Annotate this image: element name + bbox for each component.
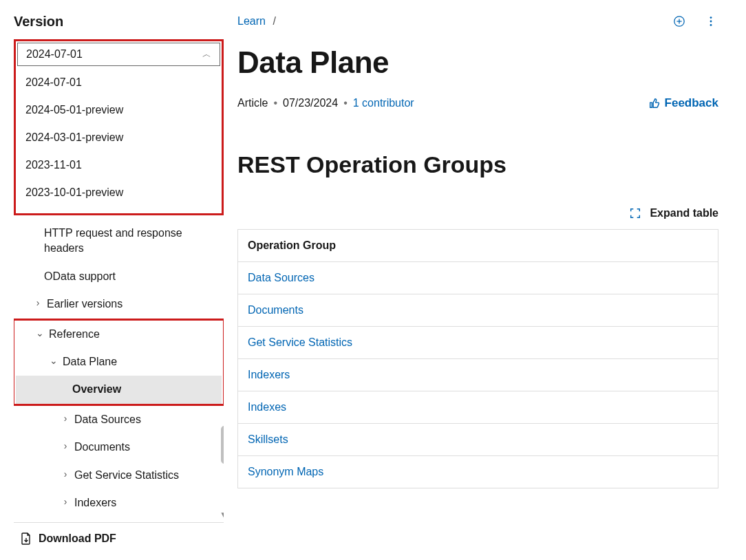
chevron-up-icon: ︿ [202,48,211,61]
op-link[interactable]: Documents [248,304,303,316]
pdf-icon [21,532,32,545]
op-link[interactable]: Indexers [248,369,290,380]
meta-row: Article • 07/23/2024 • 1 contributor Fee… [237,96,718,110]
meta-dot: • [343,97,348,109]
chevron-right-icon: › [33,297,43,310]
chevron-right-icon: › [61,468,70,482]
svg-point-5 [710,24,712,26]
breadcrumb-learn[interactable]: Learn [237,15,266,27]
add-icon[interactable] [672,14,687,29]
nav-reference-highlight: ⌄ Reference ⌄ Data Plane Overview [14,319,224,406]
svg-point-3 [710,17,712,19]
op-link[interactable]: Skillsets [248,433,288,445]
scrollbar-thumb[interactable] [221,426,224,464]
op-link[interactable]: Indexes [248,401,286,413]
table-row: Synonym Maps [238,456,718,488]
nav-item-overview[interactable]: Overview [16,376,222,403]
nav-item-label: Reference [49,327,100,342]
version-option[interactable]: 2023-11-01 [17,151,220,179]
chevron-right-icon: › [61,495,70,509]
nav-item-label: Data Plane [63,354,117,369]
feedback-label: Feedback [665,96,718,110]
nav-item-odata[interactable]: OData support [14,263,224,290]
expand-table-button[interactable]: Expand table [237,207,718,219]
version-select[interactable]: 2024-07-01 ︿ [17,43,220,66]
nav-item-get-service-statistics[interactable]: › Get Service Statistics [14,462,224,489]
version-option[interactable]: 2023-10-01-preview [17,179,220,206]
nav-item-http-headers[interactable]: HTTP request and response headers [14,219,224,263]
meta-type: Article [237,97,268,109]
meta-date: 07/23/2024 [283,97,338,109]
version-dropdown-highlight: 2024-07-01 ︿ 2024-07-01 2024-05-01-previ… [14,39,224,215]
top-row: Learn / [237,14,718,29]
table-row: Indexes [238,391,718,424]
thumbs-up-icon [648,97,661,109]
op-link[interactable]: Synonym Maps [248,466,323,477]
nav-item-label: Earlier versions [47,297,122,312]
table-row: Indexers [238,359,718,391]
expand-icon [629,207,641,219]
nav-item-label: OData support [44,269,116,284]
nav-item-label: Get Service Statistics [74,468,179,483]
version-option[interactable]: 2024-07-01 [17,69,220,96]
nav-item-label: Documents [74,440,130,455]
breadcrumb: Learn / [237,15,276,28]
table-header: Operation Group [238,230,718,262]
main-content: Learn / Data Plane Article [237,0,746,560]
op-link[interactable]: Get Service Statistics [248,336,352,348]
version-select-value: 2024-07-01 [26,48,83,61]
top-actions [672,14,718,29]
nav-item-reference[interactable]: ⌄ Reference [16,321,222,348]
version-option[interactable]: 2024-05-01-preview [17,96,220,124]
scrollbar-down-arrow[interactable]: ▼ [220,510,224,519]
nav-item-earlier-versions[interactable]: › Earlier versions [14,290,224,318]
table-row: Skillsets [238,424,718,456]
chevron-right-icon: › [61,412,70,426]
chevron-down-icon: ⌄ [49,354,58,368]
chevron-down-icon: ⌄ [35,327,45,341]
table-row: Get Service Statistics [238,327,718,359]
nav-item-data-sources[interactable]: › Data Sources [14,406,224,433]
download-pdf-label: Download PDF [39,532,116,545]
table-row: Documents [238,294,718,327]
download-pdf-button[interactable]: Download PDF [14,522,224,560]
article-meta: Article • 07/23/2024 • 1 contributor [237,97,414,109]
chevron-right-icon: › [61,440,70,453]
table-row: Data Sources [238,262,718,294]
expand-table-label: Expand table [650,207,718,219]
nav-item-label: Data Sources [74,412,141,427]
version-option[interactable]: 2024-03-01-preview [17,124,220,151]
op-link[interactable]: Data Sources [248,272,315,283]
nav-item-label: Indexers [74,495,116,510]
breadcrumb-separator: / [273,15,275,27]
version-label: Version [14,14,224,30]
nav-item-label: Overview [72,382,121,397]
nav-item-documents[interactable]: › Documents [14,433,224,461]
feedback-button[interactable]: Feedback [648,96,718,110]
operation-groups-table: Operation Group Data Sources Documents G… [237,229,718,488]
meta-contributors[interactable]: 1 contributor [353,97,414,109]
nav-tree: HTTP request and response headers OData … [14,219,224,522]
page-title: Data Plane [237,45,718,80]
meta-dot: • [273,97,277,109]
nav-item-indexers[interactable]: › Indexers [14,489,224,517]
nav-item-data-plane[interactable]: ⌄ Data Plane [16,348,222,376]
more-icon[interactable] [703,14,718,29]
section-title: REST Operation Groups [237,151,718,178]
svg-point-4 [710,21,712,23]
version-options-list: 2024-07-01 2024-05-01-preview 2024-03-01… [17,66,220,212]
nav-item-label: HTTP request and response headers [44,226,220,257]
sidebar: Version 2024-07-01 ︿ 2024-07-01 2024-05-… [0,0,237,560]
